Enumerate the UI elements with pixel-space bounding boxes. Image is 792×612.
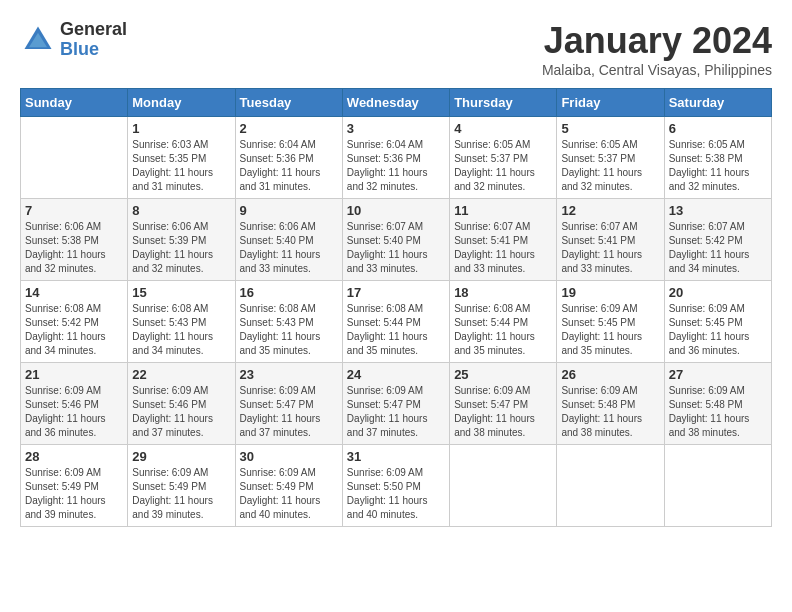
calendar-cell: 29Sunrise: 6:09 AMSunset: 5:49 PMDayligh…	[128, 445, 235, 527]
day-number: 27	[669, 367, 767, 382]
day-number: 26	[561, 367, 659, 382]
day-info: Sunrise: 6:09 AMSunset: 5:48 PMDaylight:…	[561, 384, 659, 440]
day-info: Sunrise: 6:08 AMSunset: 5:44 PMDaylight:…	[454, 302, 552, 358]
calendar-cell: 2Sunrise: 6:04 AMSunset: 5:36 PMDaylight…	[235, 117, 342, 199]
calendar-table: Sunday Monday Tuesday Wednesday Thursday…	[20, 88, 772, 527]
day-number: 23	[240, 367, 338, 382]
logo-icon	[20, 22, 56, 58]
calendar-cell	[21, 117, 128, 199]
day-info: Sunrise: 6:09 AMSunset: 5:47 PMDaylight:…	[454, 384, 552, 440]
calendar-cell	[557, 445, 664, 527]
day-number: 29	[132, 449, 230, 464]
calendar-cell: 12Sunrise: 6:07 AMSunset: 5:41 PMDayligh…	[557, 199, 664, 281]
day-number: 25	[454, 367, 552, 382]
calendar-week-row: 1Sunrise: 6:03 AMSunset: 5:35 PMDaylight…	[21, 117, 772, 199]
day-info: Sunrise: 6:06 AMSunset: 5:40 PMDaylight:…	[240, 220, 338, 276]
title-block: January 2024 Malaiba, Central Visayas, P…	[542, 20, 772, 78]
day-number: 7	[25, 203, 123, 218]
calendar-cell	[664, 445, 771, 527]
calendar-cell: 28Sunrise: 6:09 AMSunset: 5:49 PMDayligh…	[21, 445, 128, 527]
col-wednesday: Wednesday	[342, 89, 449, 117]
col-tuesday: Tuesday	[235, 89, 342, 117]
calendar-cell: 31Sunrise: 6:09 AMSunset: 5:50 PMDayligh…	[342, 445, 449, 527]
col-sunday: Sunday	[21, 89, 128, 117]
col-friday: Friday	[557, 89, 664, 117]
day-number: 22	[132, 367, 230, 382]
day-number: 11	[454, 203, 552, 218]
day-info: Sunrise: 6:05 AMSunset: 5:37 PMDaylight:…	[454, 138, 552, 194]
calendar-cell: 18Sunrise: 6:08 AMSunset: 5:44 PMDayligh…	[450, 281, 557, 363]
calendar-cell: 30Sunrise: 6:09 AMSunset: 5:49 PMDayligh…	[235, 445, 342, 527]
calendar-cell: 13Sunrise: 6:07 AMSunset: 5:42 PMDayligh…	[664, 199, 771, 281]
day-number: 1	[132, 121, 230, 136]
calendar-cell: 11Sunrise: 6:07 AMSunset: 5:41 PMDayligh…	[450, 199, 557, 281]
calendar-week-row: 14Sunrise: 6:08 AMSunset: 5:42 PMDayligh…	[21, 281, 772, 363]
day-number: 18	[454, 285, 552, 300]
day-info: Sunrise: 6:09 AMSunset: 5:45 PMDaylight:…	[669, 302, 767, 358]
day-number: 30	[240, 449, 338, 464]
calendar-cell: 8Sunrise: 6:06 AMSunset: 5:39 PMDaylight…	[128, 199, 235, 281]
day-number: 28	[25, 449, 123, 464]
calendar-week-row: 28Sunrise: 6:09 AMSunset: 5:49 PMDayligh…	[21, 445, 772, 527]
calendar-cell: 19Sunrise: 6:09 AMSunset: 5:45 PMDayligh…	[557, 281, 664, 363]
day-info: Sunrise: 6:08 AMSunset: 5:43 PMDaylight:…	[132, 302, 230, 358]
logo-blue-text: Blue	[60, 40, 127, 60]
day-number: 4	[454, 121, 552, 136]
logo-text: General Blue	[60, 20, 127, 60]
day-info: Sunrise: 6:09 AMSunset: 5:45 PMDaylight:…	[561, 302, 659, 358]
day-info: Sunrise: 6:04 AMSunset: 5:36 PMDaylight:…	[347, 138, 445, 194]
day-info: Sunrise: 6:09 AMSunset: 5:49 PMDaylight:…	[132, 466, 230, 522]
day-number: 10	[347, 203, 445, 218]
calendar-cell: 16Sunrise: 6:08 AMSunset: 5:43 PMDayligh…	[235, 281, 342, 363]
day-info: Sunrise: 6:09 AMSunset: 5:46 PMDaylight:…	[25, 384, 123, 440]
page-header: General Blue January 2024 Malaiba, Centr…	[20, 20, 772, 78]
day-info: Sunrise: 6:06 AMSunset: 5:39 PMDaylight:…	[132, 220, 230, 276]
day-info: Sunrise: 6:08 AMSunset: 5:44 PMDaylight:…	[347, 302, 445, 358]
day-number: 20	[669, 285, 767, 300]
logo-general-text: General	[60, 20, 127, 40]
calendar-cell: 6Sunrise: 6:05 AMSunset: 5:38 PMDaylight…	[664, 117, 771, 199]
calendar-cell: 7Sunrise: 6:06 AMSunset: 5:38 PMDaylight…	[21, 199, 128, 281]
calendar-cell: 14Sunrise: 6:08 AMSunset: 5:42 PMDayligh…	[21, 281, 128, 363]
day-info: Sunrise: 6:03 AMSunset: 5:35 PMDaylight:…	[132, 138, 230, 194]
day-number: 17	[347, 285, 445, 300]
location-subtitle: Malaiba, Central Visayas, Philippines	[542, 62, 772, 78]
day-info: Sunrise: 6:08 AMSunset: 5:42 PMDaylight:…	[25, 302, 123, 358]
day-number: 5	[561, 121, 659, 136]
col-thursday: Thursday	[450, 89, 557, 117]
calendar-cell: 9Sunrise: 6:06 AMSunset: 5:40 PMDaylight…	[235, 199, 342, 281]
calendar-cell	[450, 445, 557, 527]
day-info: Sunrise: 6:09 AMSunset: 5:49 PMDaylight:…	[240, 466, 338, 522]
day-info: Sunrise: 6:04 AMSunset: 5:36 PMDaylight:…	[240, 138, 338, 194]
calendar-cell: 26Sunrise: 6:09 AMSunset: 5:48 PMDayligh…	[557, 363, 664, 445]
day-number: 19	[561, 285, 659, 300]
calendar-cell: 21Sunrise: 6:09 AMSunset: 5:46 PMDayligh…	[21, 363, 128, 445]
day-number: 6	[669, 121, 767, 136]
day-number: 24	[347, 367, 445, 382]
day-info: Sunrise: 6:07 AMSunset: 5:41 PMDaylight:…	[561, 220, 659, 276]
day-info: Sunrise: 6:09 AMSunset: 5:49 PMDaylight:…	[25, 466, 123, 522]
calendar-cell: 23Sunrise: 6:09 AMSunset: 5:47 PMDayligh…	[235, 363, 342, 445]
day-info: Sunrise: 6:07 AMSunset: 5:40 PMDaylight:…	[347, 220, 445, 276]
day-info: Sunrise: 6:08 AMSunset: 5:43 PMDaylight:…	[240, 302, 338, 358]
day-info: Sunrise: 6:07 AMSunset: 5:42 PMDaylight:…	[669, 220, 767, 276]
day-number: 9	[240, 203, 338, 218]
month-title: January 2024	[542, 20, 772, 62]
day-info: Sunrise: 6:09 AMSunset: 5:48 PMDaylight:…	[669, 384, 767, 440]
calendar-cell: 3Sunrise: 6:04 AMSunset: 5:36 PMDaylight…	[342, 117, 449, 199]
calendar-cell: 5Sunrise: 6:05 AMSunset: 5:37 PMDaylight…	[557, 117, 664, 199]
day-info: Sunrise: 6:09 AMSunset: 5:47 PMDaylight:…	[240, 384, 338, 440]
calendar-cell: 27Sunrise: 6:09 AMSunset: 5:48 PMDayligh…	[664, 363, 771, 445]
calendar-week-row: 7Sunrise: 6:06 AMSunset: 5:38 PMDaylight…	[21, 199, 772, 281]
calendar-week-row: 21Sunrise: 6:09 AMSunset: 5:46 PMDayligh…	[21, 363, 772, 445]
day-number: 16	[240, 285, 338, 300]
calendar-cell: 15Sunrise: 6:08 AMSunset: 5:43 PMDayligh…	[128, 281, 235, 363]
day-number: 12	[561, 203, 659, 218]
day-info: Sunrise: 6:09 AMSunset: 5:46 PMDaylight:…	[132, 384, 230, 440]
day-info: Sunrise: 6:06 AMSunset: 5:38 PMDaylight:…	[25, 220, 123, 276]
calendar-cell: 25Sunrise: 6:09 AMSunset: 5:47 PMDayligh…	[450, 363, 557, 445]
day-number: 21	[25, 367, 123, 382]
day-info: Sunrise: 6:09 AMSunset: 5:50 PMDaylight:…	[347, 466, 445, 522]
calendar-cell: 10Sunrise: 6:07 AMSunset: 5:40 PMDayligh…	[342, 199, 449, 281]
logo: General Blue	[20, 20, 127, 60]
